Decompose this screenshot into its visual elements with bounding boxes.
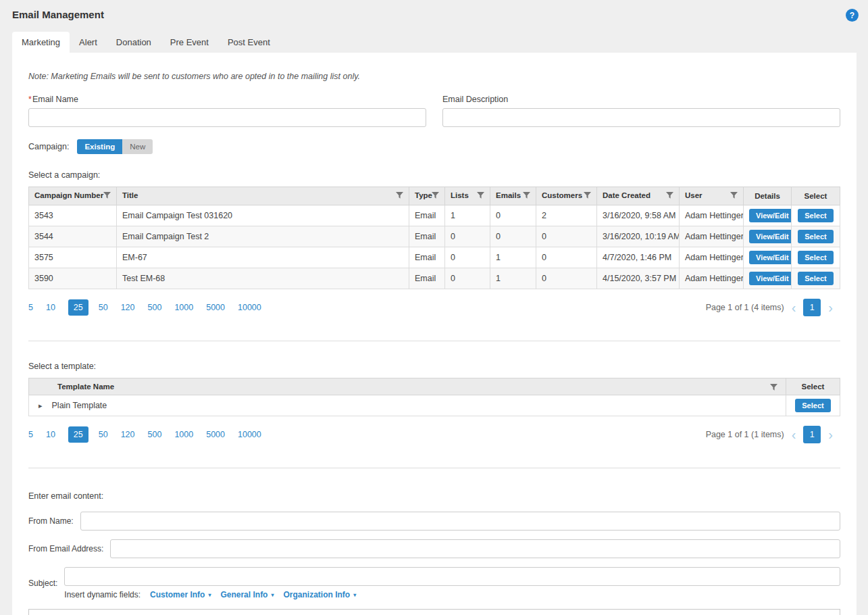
organization-info-menu[interactable]: Organization Info▾	[283, 590, 356, 599]
select-campaign-button[interactable]: Select	[798, 251, 833, 264]
col-lists[interactable]: Lists	[445, 187, 490, 205]
cell-title: Email Campaign Test 031620	[117, 205, 409, 226]
cell-campaign-number: 3575	[29, 247, 117, 268]
cell-customers: 0	[536, 268, 597, 289]
cell-campaign-number: 3544	[29, 226, 117, 247]
page-size-selector: 5 10 25 50 120 500 1000 5000 10000	[28, 426, 274, 443]
cell-type: Email	[409, 226, 445, 247]
menu-file[interactable]: File▾	[36, 612, 68, 615]
col-details: Details	[744, 187, 792, 205]
campaign-row-3544: 3544 Email Campaign Test 2 Email 0 0 0 3…	[29, 226, 840, 247]
page-size-5[interactable]: 5	[28, 303, 33, 312]
cell-details: View/Edit	[744, 205, 792, 226]
col-template-select: Select	[786, 378, 840, 395]
select-template-button[interactable]: Select	[795, 399, 830, 412]
cell-type: Email	[409, 268, 445, 289]
view-edit-button[interactable]: View/Edit	[749, 251, 792, 264]
campaign-existing-button[interactable]: Existing	[77, 139, 122, 154]
select-campaign-button[interactable]: Select	[798, 230, 833, 243]
cell-date-created: 3/16/2020, 9:58 AM	[597, 205, 680, 226]
cell-emails: 0	[490, 226, 536, 247]
subject-input[interactable]	[64, 567, 840, 586]
campaign-new-button[interactable]: New	[122, 139, 153, 154]
col-title[interactable]: Title	[117, 187, 409, 205]
page-size-25[interactable]: 25	[68, 426, 88, 443]
help-icon[interactable]: ?	[846, 9, 859, 22]
page-size-120[interactable]: 120	[121, 430, 135, 439]
page-size-25[interactable]: 25	[68, 299, 88, 316]
menu-tools[interactable]: Tools▾	[245, 612, 284, 615]
page-size-500[interactable]: 500	[148, 303, 162, 312]
select-campaign-heading: Select a campaign:	[28, 170, 840, 180]
from-name-input[interactable]	[80, 512, 840, 531]
page-size-1000[interactable]: 1000	[174, 303, 193, 312]
page-number-button[interactable]: 1	[803, 426, 821, 443]
chevron-right-icon[interactable]: ›	[828, 301, 833, 314]
filter-icon[interactable]	[103, 192, 111, 201]
col-emails[interactable]: Emails	[490, 187, 536, 205]
campaign-row-3590: 3590 Test EM-68 Email 0 1 0 4/15/2020, 3…	[29, 268, 840, 289]
email-name-input[interactable]	[28, 108, 426, 127]
tab-pre-event[interactable]: Pre Event	[161, 32, 218, 53]
menu-insert[interactable]: Insert▾	[151, 612, 191, 615]
required-asterisk: *	[28, 95, 32, 104]
tab-post-event[interactable]: Post Event	[218, 32, 280, 53]
page-size-500[interactable]: 500	[148, 430, 162, 439]
col-user[interactable]: User	[680, 187, 744, 205]
select-campaign-button[interactable]: Select	[798, 209, 833, 222]
chevron-left-icon[interactable]: ‹	[792, 428, 796, 441]
tab-alert[interactable]: Alert	[70, 32, 107, 53]
section-divider	[28, 468, 840, 468]
page-size-10[interactable]: 10	[46, 303, 55, 312]
filter-icon[interactable]	[584, 192, 591, 201]
filter-icon[interactable]	[730, 192, 738, 201]
view-edit-button[interactable]: View/Edit	[749, 230, 792, 243]
page-size-5000[interactable]: 5000	[206, 430, 225, 439]
top-bar: Email Management ?	[0, 0, 868, 32]
menu-view[interactable]: View▾	[109, 612, 147, 615]
cell-customers: 0	[536, 247, 597, 268]
marketing-note: Note: Marketing Emails will be sent to c…	[28, 72, 840, 81]
select-campaign-button[interactable]: Select	[798, 272, 833, 285]
page-size-1000[interactable]: 1000	[174, 430, 193, 439]
view-edit-button[interactable]: View/Edit	[749, 209, 792, 222]
menu-format[interactable]: Format▾	[195, 612, 241, 615]
page-size-120[interactable]: 120	[121, 303, 135, 312]
menu-table[interactable]: Table▾	[288, 612, 327, 615]
expand-row-icon[interactable]: ▸	[39, 401, 43, 410]
filter-icon[interactable]	[477, 192, 484, 201]
filter-icon[interactable]	[666, 192, 673, 201]
chevron-right-icon[interactable]: ›	[828, 428, 833, 441]
general-info-menu[interactable]: General Info▾	[220, 590, 274, 599]
chevron-left-icon[interactable]: ‹	[792, 301, 796, 314]
page-size-50[interactable]: 50	[99, 303, 108, 312]
col-type[interactable]: Type	[409, 187, 445, 205]
filter-icon[interactable]	[432, 192, 439, 201]
cell-type: Email	[409, 247, 445, 268]
page-size-10[interactable]: 10	[46, 430, 55, 439]
page-size-5000[interactable]: 5000	[206, 303, 225, 312]
filter-icon[interactable]	[770, 384, 777, 393]
page-size-5[interactable]: 5	[28, 430, 33, 439]
campaign-label: Campaign:	[28, 142, 69, 151]
page-size-selector: 5 10 25 50 120 500 1000 5000 10000	[28, 299, 274, 316]
pager-status: Page 1 of 1 (4 items)	[706, 303, 784, 312]
col-date-created[interactable]: Date Created	[597, 187, 680, 205]
tab-marketing[interactable]: Marketing	[12, 32, 70, 53]
from-email-input[interactable]	[110, 539, 840, 558]
email-description-input[interactable]	[442, 108, 840, 127]
customer-info-menu[interactable]: Customer Info▾	[150, 590, 211, 599]
page-number-button[interactable]: 1	[803, 299, 821, 316]
filter-icon[interactable]	[523, 192, 530, 201]
page-size-10000[interactable]: 10000	[238, 430, 261, 439]
tab-donation[interactable]: Donation	[107, 32, 161, 53]
col-customers[interactable]: Customers	[536, 187, 597, 205]
filter-icon[interactable]	[396, 192, 403, 201]
col-campaign-number[interactable]: Campaign Number	[29, 187, 117, 205]
view-edit-button[interactable]: View/Edit	[749, 272, 792, 285]
page-size-10000[interactable]: 10000	[238, 303, 261, 312]
menu-edit[interactable]: Edit▾	[72, 612, 105, 615]
col-template-name[interactable]: Template Name	[29, 378, 786, 395]
cell-campaign-number: 3543	[29, 205, 117, 226]
page-size-50[interactable]: 50	[99, 430, 108, 439]
